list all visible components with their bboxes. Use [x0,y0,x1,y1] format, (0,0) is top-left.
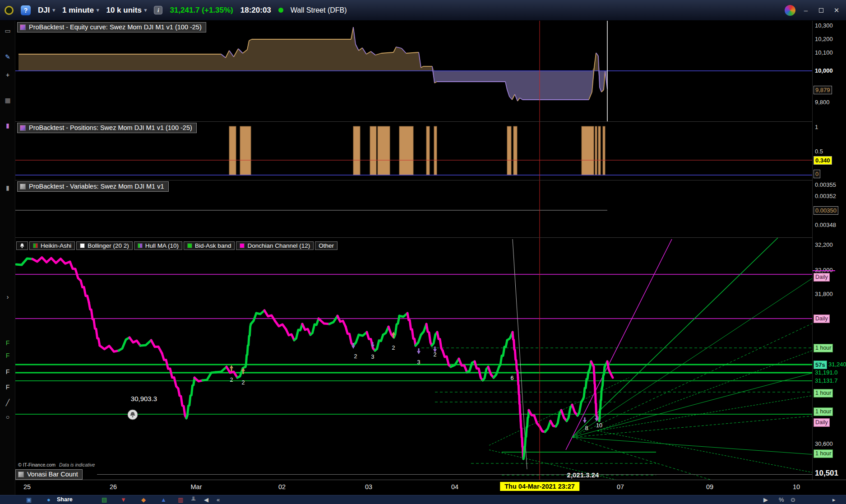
scroll-right-icon[interactable]: ▶ [763,496,768,504]
percent-icon[interactable]: % [779,496,784,504]
axis-label-1-hour: 1 hour [814,389,833,398]
axis-label-0.00350: 0.00350 [814,206,838,215]
tool-crosshair-icon[interactable]: + [0,71,15,79]
axis-label-10-300: 10,300 [814,22,834,29]
task-app-6[interactable]: ▥ [178,496,183,504]
axis-label-daily: Daily [814,273,830,282]
indicator-color-icon [138,243,143,248]
vonasi-panel-header[interactable]: Vonasi Bar Count [15,469,83,480]
symbol-label: DJI [38,6,50,15]
minimize-button[interactable]: – [801,5,811,15]
expand-icon[interactable]: ▸ [832,496,836,504]
task-app-4[interactable]: ◆ [141,496,146,504]
axis-label-0.340: 0.340 [814,156,832,165]
axis-label-10-100: 10,100 [814,49,834,56]
axis-label-1-hour: 1 hour [814,407,833,416]
variables-panel-title: ProBacktest - Variables: Swez Mom DJI M1… [29,183,164,190]
timeframe-label: 1 minute [62,6,94,15]
legend-other[interactable]: Other [315,241,337,250]
legend-bollinger-20-2-[interactable]: Bollinger (20 2) [76,241,133,250]
tool-expand-icon[interactable]: › [0,293,15,301]
scroll-left-fast-icon[interactable]: « [217,496,220,504]
copyright-label: © IT-Finance.com [18,462,55,467]
probacktest-icon [20,125,26,131]
task-app-3[interactable]: ▼ [120,496,126,504]
taskbar: ▣●Share▤▼◆▲▥╨◀«▶%⊙▸ [0,495,846,504]
tool-select-icon[interactable]: ▭ [0,27,15,34]
tool-draw-icon[interactable]: ✎ [0,53,15,60]
axis-label-0: 0 [814,170,820,178]
tool-alert-icon[interactable]: ○ [0,413,15,421]
panel-icon-variables-icon[interactable]: ▮ [0,184,15,191]
svg-text:2: 2 [354,353,357,360]
market-label: Wall Street (DFB) [291,6,347,14]
variables-panel-header[interactable]: ProBacktest - Variables: Swez Mom DJI M1… [17,181,169,192]
svg-text:30,903.3: 30,903.3 [131,395,157,402]
flag-white-2-icon[interactable]: F [0,384,15,391]
axis-label-32-000: 32,000 [814,267,834,273]
flag-green-1-icon[interactable]: F [0,339,15,347]
app-icon[interactable] [5,6,14,15]
panel-icon-positions-icon[interactable]: ▮ [0,122,15,129]
window-controls: – ✕ [785,5,841,16]
scroll-left-icon[interactable]: ◀ [204,496,208,504]
market-status-icon [278,8,283,13]
topbar: ? DJI ▾ 1 minute ▾ 10 k units ▾ i 31,241… [0,0,846,21]
share-icon[interactable]: ● [47,496,51,504]
close-button[interactable]: ✕ [832,5,841,15]
legend-heikin-ashi[interactable]: Heikin-Ashi [29,241,75,250]
clock: 18:20:03 [240,6,271,15]
axis-label-0.5: 0.5 [814,148,824,155]
maximize-icon [819,8,823,13]
flag-white-1-icon[interactable]: F [0,368,15,375]
vonasi-separator [97,474,812,475]
svg-text:3: 3 [371,354,374,360]
info-icon[interactable]: i [154,6,162,14]
price-chart-panel[interactable]: 2223232681030,903.32,021.3.24 [15,238,812,480]
axis-label-31-131.7: 31,131.7 [814,377,839,384]
symbol-selector[interactable]: DJI ▾ [38,6,55,15]
panel-price-chart[interactable]: 2223232681030,903.32,021.3.24 [15,238,812,480]
task-app-5[interactable]: ▲ [161,496,166,504]
indicator-color-icon [80,243,85,248]
indicator-color-icon [187,243,192,248]
zoom-icon[interactable]: ⊙ [791,496,795,504]
price-axis[interactable]: 10,30010,20010,10010,0009,8799,80010.50.… [812,21,846,480]
tool-grid-icon[interactable]: ▦ [0,97,15,104]
axis-label-daily: Daily [814,418,830,427]
task-app-1[interactable]: ▣ [26,496,32,504]
alert-bell-button[interactable] [16,241,28,250]
timeframe-selector[interactable]: 1 minute ▾ [62,6,99,15]
svg-text:2: 2 [434,351,437,358]
axis-label-0.00352: 0.00352 [814,192,837,200]
equity-panel-header[interactable]: ProBacktest - Equity curve: Swez Mom DJI… [17,22,206,32]
legend-label: Other [319,242,334,249]
axis-label-9-879: 9,879 [814,86,832,94]
data-attribution: © IT-Finance.com Data is indicative [18,462,95,467]
indicator-color-icon [240,243,245,248]
equity-curve-panel[interactable] [15,21,812,122]
units-selector[interactable]: 10 k units ▾ [106,6,147,15]
legend-hull-ma-10-[interactable]: Hull MA (10) [134,241,182,250]
task-app-7[interactable]: ╨ [191,496,195,504]
support-icon[interactable]: ? [21,5,31,15]
flag-green-2-icon[interactable]: F [0,352,15,359]
legend-label: Hull MA (10) [145,242,179,249]
legend-label: Bid-Ask band [195,242,231,249]
axis-label-10-200: 10,200 [814,35,834,43]
axis-label-0.00355: 0.00355 [814,181,837,189]
svg-text:8: 8 [585,425,588,431]
time-label-mar: Mar [191,483,202,490]
panel-equity-chart[interactable] [15,21,812,122]
maximize-button[interactable] [816,5,826,15]
tool-trendline-icon[interactable]: ╱ [0,399,15,406]
share-label[interactable]: Share [57,496,73,504]
units-label: 10 k units [106,6,141,15]
time-label-04: 04 [451,483,458,490]
positions-panel-header[interactable]: ProBacktest - Positions: Swez Mom DJI M1… [17,123,197,133]
task-app-2[interactable]: ▤ [102,496,107,504]
time-axis[interactable]: 2526Mar020304070910Thu 04-Mar-2021 23:27 [0,480,846,495]
time-label-02: 02 [278,483,286,490]
legend-bid-ask-band[interactable]: Bid-Ask band [184,241,235,250]
legend-donchian-channel-12-[interactable]: Donchian Channel (12) [236,241,314,250]
